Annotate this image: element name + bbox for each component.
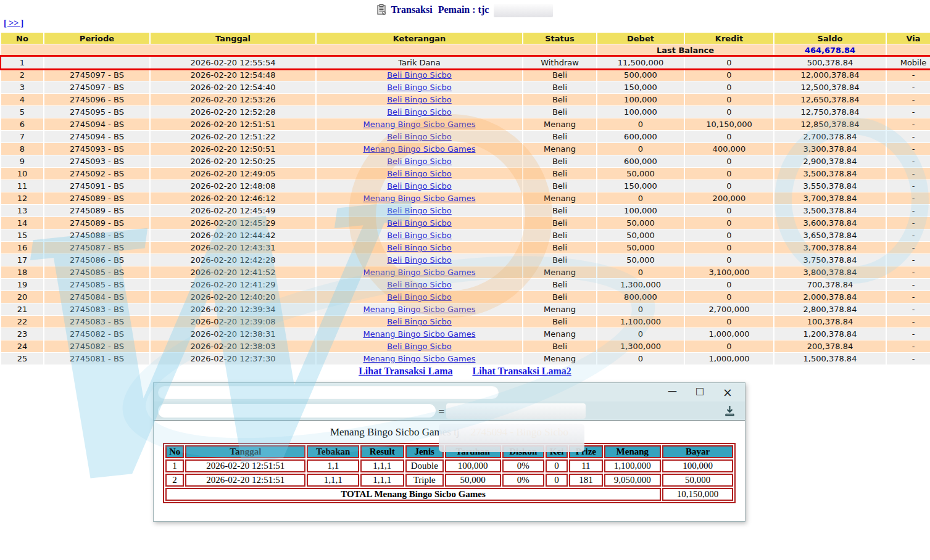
- transaction-row: 32745097 - BS2026-02-20 12:54:40Beli Bin…: [1, 81, 930, 93]
- keterangan-link[interactable]: Beli Bingo Sicbo: [387, 206, 452, 215]
- keterangan-link[interactable]: Beli Bingo Sicbo: [387, 169, 452, 178]
- transaction-row: 142745089 - BS2026-02-20 12:45:29Beli Bi…: [1, 217, 930, 229]
- maximize-button[interactable]: □: [695, 387, 704, 398]
- cell-periode: 2745095 - BS: [44, 106, 149, 118]
- cell-via: -: [887, 94, 930, 105]
- keterangan-link[interactable]: Beli Bingo Sicbo: [387, 107, 452, 117]
- cell-no: 23: [1, 328, 43, 340]
- cell-saldo: 3,700,378.84: [774, 242, 886, 253]
- cell-debet: 0: [597, 143, 684, 155]
- transaction-row: 12026-02-20 12:55:54Tarik DanaWithdraw11…: [1, 57, 930, 68]
- keterangan-link[interactable]: Menang Bingo Sicbo Games: [363, 354, 476, 363]
- minimize-button[interactable]: —: [668, 387, 677, 398]
- cell-keterangan: Beli Bingo Sicbo: [317, 180, 522, 192]
- cell-debet: 800,000: [597, 291, 684, 303]
- address-suffix: =: [438, 406, 445, 416]
- cell-debet: 0: [597, 192, 684, 204]
- keterangan-link[interactable]: Beli Bingo Sicbo: [387, 231, 452, 240]
- keterangan-link[interactable]: Beli Bingo Sicbo: [387, 132, 452, 141]
- masked-address-bar[interactable]: [158, 404, 436, 418]
- detail-col-header-no: No: [165, 445, 184, 458]
- transaction-row: 62745094 - BS2026-02-20 12:51:51Menang B…: [1, 118, 930, 130]
- keterangan-link[interactable]: Menang Bingo Sicbo Games: [363, 144, 476, 154]
- cell-periode: 2745082 - BS: [44, 328, 149, 340]
- keterangan-link[interactable]: Beli Bingo Sicbo: [387, 317, 452, 326]
- cell-periode: 2745097 - BS: [44, 69, 149, 81]
- cell-periode: 2745094 - BS: [44, 118, 149, 130]
- keterangan-link[interactable]: Menang Bingo Sicbo Games: [363, 305, 476, 314]
- cell-no: 10: [1, 168, 43, 179]
- cell-no: 20: [1, 291, 43, 303]
- detail-cell: 0%: [502, 459, 544, 472]
- cell-via: -: [887, 328, 930, 340]
- cell-keterangan: Menang Bingo Sicbo Games: [317, 303, 522, 315]
- keterangan-link[interactable]: Beli Bingo Sicbo: [387, 243, 452, 252]
- cell-keterangan: Menang Bingo Sicbo Games: [317, 328, 522, 340]
- keterangan-link[interactable]: Beli Bingo Sicbo: [387, 280, 452, 289]
- cell-saldo: 2,000,378.84: [774, 291, 886, 303]
- cell-debet: 1,300,000: [597, 279, 684, 290]
- cell-no: 6: [1, 118, 43, 130]
- cell-saldo: 3,300,378.84: [774, 143, 886, 155]
- cell-status: Beli: [523, 229, 596, 241]
- cell-periode: 2745087 - BS: [44, 242, 149, 253]
- keterangan-link[interactable]: Beli Bingo Sicbo: [387, 70, 452, 80]
- cell-via: -: [887, 266, 930, 278]
- keterangan-link[interactable]: Menang Bingo Sicbo Games: [363, 194, 476, 203]
- cell-keterangan: Beli Bingo Sicbo: [317, 217, 522, 229]
- cell-status: Menang: [523, 118, 596, 130]
- cell-tanggal: 2026-02-20 12:40:20: [151, 291, 315, 303]
- cell-no: 9: [1, 155, 43, 167]
- keterangan-link[interactable]: Menang Bingo Sicbo Games: [363, 329, 476, 339]
- detail-col-header-tebakan: Tebakan: [307, 445, 359, 458]
- keterangan-link[interactable]: Beli Bingo Sicbo: [387, 255, 452, 265]
- cell-status: Beli: [523, 254, 596, 266]
- popup-titlebar[interactable]: — □ ×: [154, 383, 745, 401]
- player-label: Pemain : tjc: [438, 4, 489, 15]
- link-lihat-transaksi-lama[interactable]: Lihat Transaksi Lama: [359, 366, 452, 376]
- keterangan-link[interactable]: Beli Bingo Sicbo: [387, 342, 452, 351]
- keterangan-link[interactable]: Beli Bingo Sicbo: [387, 181, 452, 191]
- cell-keterangan: Beli Bingo Sicbo: [317, 94, 522, 105]
- download-icon[interactable]: [724, 405, 735, 416]
- keterangan-link[interactable]: Beli Bingo Sicbo: [387, 218, 452, 228]
- cell-keterangan: Beli Bingo Sicbo: [317, 205, 522, 216]
- transaction-row: 132745089 - BS2026-02-20 12:45:49Beli Bi…: [1, 205, 930, 216]
- footer-links: Lihat Transaksi Lama Lihat Transaksi Lam…: [0, 366, 930, 377]
- cell-status: Beli: [523, 131, 596, 142]
- cell-tanggal: 2026-02-20 12:50:51: [151, 143, 315, 155]
- keterangan-link[interactable]: Menang Bingo Sicbo Games: [363, 268, 476, 277]
- cell-status: Beli: [523, 205, 596, 216]
- detail-total-row: TOTAL Menang Bingo Sicbo Games 10,150,00…: [165, 488, 733, 501]
- cell-debet: 150,000: [597, 81, 684, 93]
- detail-cell: 1: [165, 459, 184, 472]
- cell-kredit: 0: [685, 316, 773, 327]
- transaction-row: 72745094 - BS2026-02-20 12:51:22Beli Bin…: [1, 131, 930, 142]
- cell-keterangan: Beli Bingo Sicbo: [317, 155, 522, 167]
- cell-status: Menang: [523, 192, 596, 204]
- cell-via: -: [887, 279, 930, 290]
- keterangan-link[interactable]: Beli Bingo Sicbo: [387, 95, 452, 104]
- cell-saldo: 3,500,378.84: [774, 168, 886, 179]
- link-lihat-transaksi-lama2[interactable]: Lihat Transaksi Lama2: [473, 366, 571, 376]
- masked-address-text: [446, 403, 586, 419]
- cell-kredit: 400,000: [685, 143, 773, 155]
- keterangan-link[interactable]: Beli Bingo Sicbo: [387, 83, 452, 92]
- transaction-row: 82745093 - BS2026-02-20 12:50:51Menang B…: [1, 143, 930, 155]
- cell-tanggal: 2026-02-20 12:43:31: [151, 242, 315, 253]
- cell-saldo: 12,850,378.84: [774, 118, 886, 130]
- cell-keterangan: Beli Bingo Sicbo: [317, 316, 522, 327]
- close-button[interactable]: ×: [723, 387, 733, 398]
- keterangan-link[interactable]: Beli Bingo Sicbo: [387, 292, 452, 302]
- cell-saldo: 1,500,378.84: [774, 353, 886, 364]
- last-balance-row: Last Balance464,678.84: [1, 44, 930, 56]
- keterangan-link[interactable]: Menang Bingo Sicbo Games: [363, 120, 476, 129]
- cell-via: -: [887, 254, 930, 266]
- cell-kredit: 0: [685, 205, 773, 216]
- cell-via: -: [887, 242, 930, 253]
- keterangan-link[interactable]: Beli Bingo Sicbo: [387, 157, 452, 166]
- cell-status: Beli: [523, 155, 596, 167]
- cell-tanggal: 2026-02-20 12:48:08: [151, 180, 315, 192]
- transaction-row: 192745085 - BS2026-02-20 12:41:29Beli Bi…: [1, 279, 930, 290]
- expand-link[interactable]: [ >> ]: [4, 19, 23, 28]
